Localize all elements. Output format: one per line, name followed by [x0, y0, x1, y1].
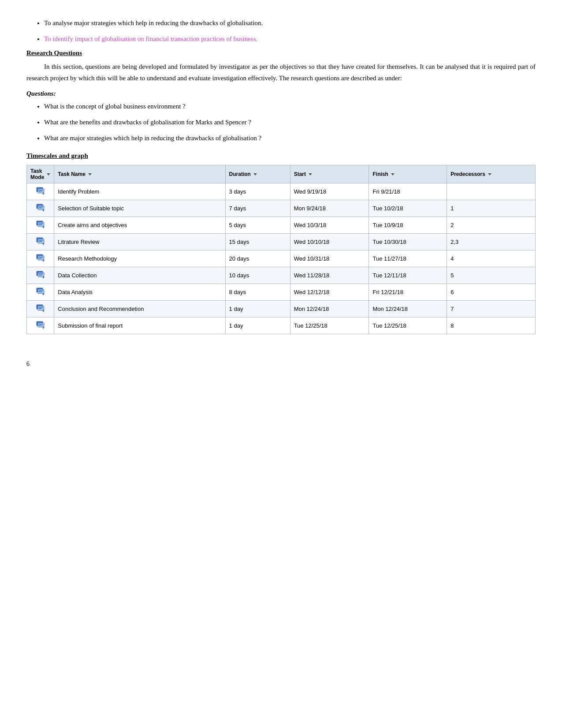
- questions-label: Questions:: [26, 90, 536, 97]
- bullet-text-2: To identify impact of globalisation on f…: [44, 35, 257, 42]
- finish-cell: Fri 9/21/18: [369, 183, 447, 200]
- question-item-3: What are major strategies which help in …: [44, 133, 536, 143]
- finish-cell: Mon 12/24/18: [369, 301, 447, 317]
- question-text-3: What are major strategies which help in …: [44, 134, 261, 142]
- th-predecessors[interactable]: Predecessors: [447, 165, 536, 183]
- predecessors-cell: 8: [447, 317, 536, 334]
- start-cell: Wed 12/12/18: [290, 284, 369, 301]
- research-questions-section: Research Questions In this section, ques…: [26, 49, 536, 143]
- duration-cell: 1 day: [225, 301, 290, 317]
- th-start-label: Start: [294, 171, 306, 177]
- duration-cell: 20 days: [225, 250, 290, 267]
- predecessors-cell: 4: [447, 250, 536, 267]
- task-mode-icon: [36, 240, 45, 246]
- th-finish[interactable]: Finish: [369, 165, 447, 183]
- th-finish-arrow-icon: [391, 173, 395, 175]
- question-item-1: What is the concept of global business e…: [44, 101, 536, 112]
- table-row: Data Analysis8 daysWed 12/12/18Fri 12/21…: [27, 284, 536, 301]
- duration-cell: 3 days: [225, 183, 290, 200]
- research-questions-paragraph: In this section, questions are being dev…: [26, 61, 536, 84]
- start-cell: Mon 12/24/18: [290, 301, 369, 317]
- th-predecessors-arrow-icon: [488, 173, 491, 175]
- gantt-table: TaskMode Task Name Duration: [26, 165, 536, 334]
- predecessors-cell: 2: [447, 217, 536, 234]
- task-name-cell: Litrature Review: [54, 234, 225, 250]
- task-name-cell: Conclusion and Recommendetion: [54, 301, 225, 317]
- task-name-cell: Research Methodology: [54, 250, 225, 267]
- task-name-cell: Data Analysis: [54, 284, 225, 301]
- table-row: Create aims and objectives5 daysWed 10/3…: [27, 217, 536, 234]
- th-duration-arrow-icon: [253, 173, 257, 175]
- task-name-cell: Submission of final report: [54, 317, 225, 334]
- top-bullet-list: To analyse major strategies which help i…: [26, 18, 536, 44]
- task-mode-cell: [27, 301, 54, 317]
- finish-cell: Tue 12/25/18: [369, 317, 447, 334]
- th-finish-label: Finish: [372, 171, 388, 177]
- predecessors-cell: 5: [447, 267, 536, 284]
- th-task-mode-label: TaskMode: [30, 168, 44, 180]
- table-row: Selection of Suitable topic7 daysMon 9/2…: [27, 200, 536, 217]
- task-mode-icon: [36, 324, 45, 330]
- th-task-mode[interactable]: TaskMode: [27, 165, 54, 183]
- bullet-item-2: To identify impact of globalisation on f…: [44, 34, 536, 44]
- duration-cell: 10 days: [225, 267, 290, 284]
- timescales-section: Timescales and graph TaskMode Task Name: [26, 152, 536, 334]
- duration-cell: 8 days: [225, 284, 290, 301]
- predecessors-cell: [447, 183, 536, 200]
- start-cell: Mon 9/24/18: [290, 200, 369, 217]
- task-mode-icon: [36, 290, 45, 297]
- start-cell: Wed 9/19/18: [290, 183, 369, 200]
- finish-cell: Tue 10/2/18: [369, 200, 447, 217]
- table-row: Conclusion and Recommendetion1 dayMon 12…: [27, 301, 536, 317]
- predecessors-cell: 2,3: [447, 234, 536, 250]
- start-cell: Wed 10/10/18: [290, 234, 369, 250]
- duration-cell: 7 days: [225, 200, 290, 217]
- task-mode-cell: [27, 234, 54, 250]
- bullet-item-1: To analyse major strategies which help i…: [44, 18, 536, 28]
- task-mode-cell: [27, 267, 54, 284]
- predecessors-cell: 1: [447, 200, 536, 217]
- start-cell: Wed 11/28/18: [290, 267, 369, 284]
- question-item-2: What are the benefits and drawbacks of g…: [44, 117, 536, 127]
- question-text-1: What is the concept of global business e…: [44, 103, 186, 110]
- start-cell: Tue 12/25/18: [290, 317, 369, 334]
- duration-cell: 1 day: [225, 317, 290, 334]
- th-duration[interactable]: Duration: [225, 165, 290, 183]
- th-task-name-arrow-icon: [88, 173, 92, 175]
- questions-list: What is the concept of global business e…: [26, 101, 536, 143]
- duration-cell: 5 days: [225, 217, 290, 234]
- finish-cell: Tue 10/9/18: [369, 217, 447, 234]
- th-duration-label: Duration: [229, 171, 251, 177]
- task-mode-icon: [36, 273, 45, 280]
- question-text-2: What are the benefits and drawbacks of g…: [44, 119, 251, 126]
- finish-cell: Tue 12/11/18: [369, 267, 447, 284]
- task-name-cell: Data Collection: [54, 267, 225, 284]
- th-task-name[interactable]: Task Name: [54, 165, 225, 183]
- table-header-row: TaskMode Task Name Duration: [27, 165, 536, 183]
- task-mode-cell: [27, 217, 54, 234]
- task-mode-icon: [36, 257, 45, 263]
- task-mode-icon: [36, 190, 45, 196]
- task-name-cell: Create aims and objectives: [54, 217, 225, 234]
- task-mode-cell: [27, 284, 54, 301]
- timescales-heading: Timescales and graph: [26, 152, 536, 160]
- th-start-arrow-icon: [309, 173, 312, 175]
- research-questions-heading: Research Questions: [26, 49, 536, 57]
- task-name-cell: Identify Problem: [54, 183, 225, 200]
- table-row: Research Methodology20 daysWed 10/31/18T…: [27, 250, 536, 267]
- bullet-text-1: To analyse major strategies which help i…: [44, 19, 263, 26]
- task-mode-cell: [27, 200, 54, 217]
- th-task-mode-arrow-icon: [47, 173, 50, 175]
- gantt-table-body: Identify Problem3 daysWed 9/19/18Fri 9/2…: [27, 183, 536, 334]
- task-mode-cell: [27, 183, 54, 200]
- task-name-cell: Selection of Suitable topic: [54, 200, 225, 217]
- table-row: Data Collection10 daysWed 11/28/18Tue 12…: [27, 267, 536, 284]
- table-row: Litrature Review15 daysWed 10/10/18Tue 1…: [27, 234, 536, 250]
- task-mode-icon: [36, 206, 45, 213]
- th-start[interactable]: Start: [290, 165, 369, 183]
- task-mode-cell: [27, 317, 54, 334]
- th-predecessors-label: Predecessors: [450, 171, 485, 177]
- finish-cell: Fri 12/21/18: [369, 284, 447, 301]
- start-cell: Wed 10/3/18: [290, 217, 369, 234]
- predecessors-cell: 7: [447, 301, 536, 317]
